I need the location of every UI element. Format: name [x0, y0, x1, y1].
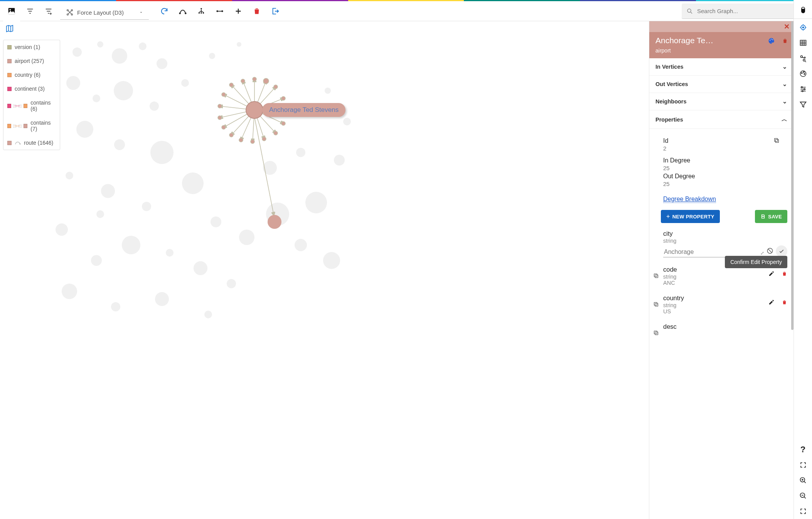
svg-point-13 [221, 10, 223, 12]
svg-point-12 [216, 10, 218, 12]
mouse-icon[interactable] [794, 2, 812, 18]
delete-icon[interactable] [248, 1, 266, 21]
search-box[interactable] [682, 3, 809, 19]
filter-icon[interactable] [22, 1, 39, 21]
locate-icon[interactable] [794, 20, 812, 21]
search-input[interactable] [697, 8, 796, 14]
svg-point-15 [687, 9, 691, 12]
tree-icon[interactable] [192, 1, 211, 21]
svg-point-9 [199, 12, 200, 14]
svg-rect-14 [218, 11, 221, 12]
curve-icon[interactable] [174, 1, 192, 21]
main-toolbar: Force Layout (D3) [0, 1, 812, 21]
add-icon[interactable] [229, 1, 248, 21]
layout-label: Force Layout (D3) [77, 9, 136, 16]
svg-point-6 [179, 13, 180, 14]
filter-add-icon[interactable] [40, 1, 57, 21]
svg-point-8 [200, 8, 202, 9]
image-icon[interactable] [3, 1, 20, 21]
chevron-down-icon [139, 10, 143, 15]
svg-point-10 [200, 12, 202, 14]
svg-point-11 [203, 12, 204, 14]
svg-point-1 [10, 9, 11, 10]
right-rail: ? [793, 0, 812, 21]
search-icon [686, 8, 693, 15]
export-icon[interactable] [266, 1, 285, 21]
layout-dropdown[interactable]: Force Layout (D3) [60, 6, 149, 20]
edge-icon[interactable] [211, 1, 229, 21]
refresh-icon[interactable] [155, 1, 174, 21]
svg-point-7 [185, 13, 186, 14]
